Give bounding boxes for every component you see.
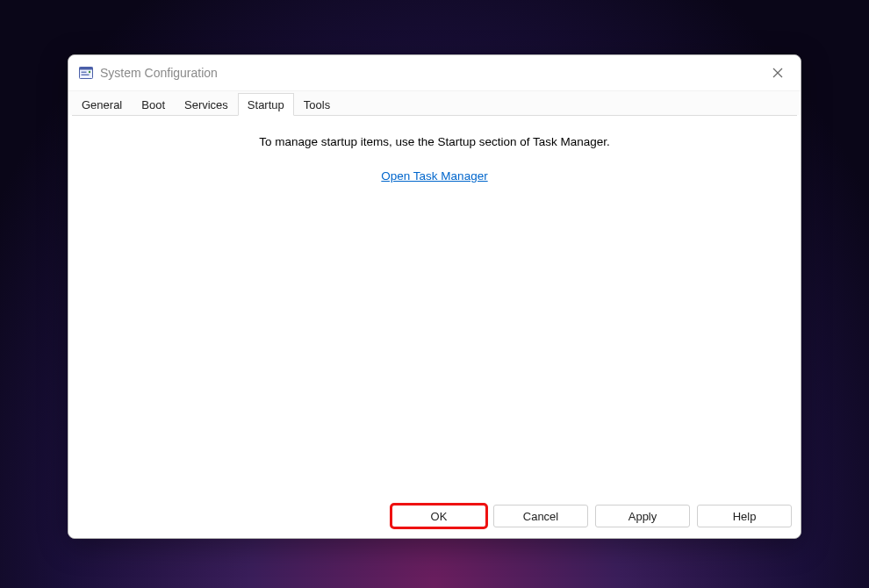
close-icon — [772, 68, 783, 78]
startup-tab-content: To manage startup items, use the Startup… — [72, 115, 797, 494]
cancel-button[interactable]: Cancel — [493, 505, 588, 527]
apply-button[interactable]: Apply — [595, 505, 690, 527]
tab-startup[interactable]: Startup — [238, 93, 294, 116]
svg-point-4 — [89, 71, 90, 73]
svg-rect-2 — [82, 72, 87, 74]
tab-general[interactable]: General — [72, 93, 132, 116]
system-configuration-dialog: System Configuration General Boot Servic… — [68, 54, 801, 539]
startup-message: To manage startup items, use the Startup… — [72, 135, 797, 148]
msconfig-icon — [79, 66, 93, 80]
titlebar: System Configuration — [68, 55, 801, 90]
svg-rect-1 — [80, 68, 93, 70]
tab-boot[interactable]: Boot — [132, 93, 175, 116]
tab-services[interactable]: Services — [175, 93, 238, 116]
close-button[interactable] — [765, 61, 790, 85]
tab-strip: General Boot Services Startup Tools — [68, 90, 801, 115]
dialog-button-row: OK Cancel Apply Help — [68, 494, 801, 538]
open-task-manager-link[interactable]: Open Task Manager — [381, 169, 487, 183]
tab-tools[interactable]: Tools — [294, 93, 340, 116]
window-title: System Configuration — [100, 66, 765, 80]
help-button[interactable]: Help — [697, 505, 792, 527]
svg-rect-3 — [82, 75, 90, 76]
ok-button[interactable]: OK — [391, 505, 486, 527]
